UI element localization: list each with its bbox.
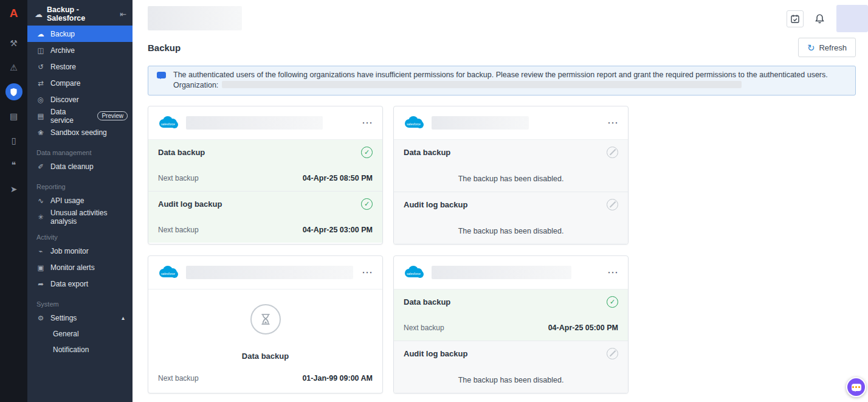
sidebar-group-system: System: [36, 300, 133, 308]
sidebar-item-data-service[interactable]: ▤ Data service Preview: [27, 108, 133, 124]
cloud-icon: ☁: [36, 30, 45, 38]
org-names-redacted: [222, 81, 742, 88]
data-backup-section: Data backup ✓ Next backup 04-Apr-25 08:5…: [148, 140, 382, 191]
enabled-status-icon: ✓: [607, 296, 618, 308]
card-menu-button[interactable]: ⋯: [360, 117, 374, 128]
sidebar-item-settings[interactable]: ⚙ Settings ▴: [27, 310, 133, 326]
calendar-check-button[interactable]: [787, 10, 804, 27]
compare-icon: ⇄: [36, 79, 45, 88]
disabled-message: The backup has been disabled.: [404, 227, 618, 235]
user-avatar-redacted[interactable]: [836, 5, 868, 32]
sidebar-item-api-usage[interactable]: ∿ API usage: [27, 192, 133, 209]
unusual-activities-icon: ✳: [36, 213, 45, 221]
sidebar-item-label: Monitor alerts: [50, 263, 95, 272]
data-backup-section: Data backup The backup has been disabled…: [394, 140, 628, 192]
refresh-icon: ↻: [807, 43, 815, 52]
sidebar-item-label: Data service: [50, 108, 91, 125]
org-name-redacted: [186, 266, 353, 279]
monitor-alerts-icon: ▣: [36, 263, 45, 272]
sidebar-item-settings-notification[interactable]: Notification: [27, 342, 133, 358]
sidebar-group-activity: Activity: [36, 234, 133, 241]
sidebar-group-reporting: Reporting: [36, 183, 133, 190]
sidebar-item-data-cleanup[interactable]: ✐ Data cleanup: [27, 158, 133, 175]
sidebar-subitem-label: Notification: [53, 345, 89, 354]
card-menu-button[interactable]: ⋯: [360, 267, 374, 278]
sidebar-item-discover[interactable]: ◎ Discover: [27, 91, 133, 108]
shield-glyph: [10, 88, 18, 97]
sidebar-item-restore[interactable]: ↺ Restore: [27, 58, 133, 75]
banner-org-label: Organization:: [173, 81, 218, 89]
sidebar-item-label: Backup: [50, 30, 75, 38]
database-icon[interactable]: ▤: [5, 108, 22, 125]
bell-icon: [815, 13, 825, 24]
refresh-label: Refresh: [819, 43, 847, 52]
refresh-button[interactable]: ↻ Refresh: [798, 38, 856, 57]
sidebar-item-backup[interactable]: ☁ Backup: [27, 26, 133, 42]
next-backup-value: 01-Jan-99 09:00 AM: [302, 374, 373, 383]
audit-log-backup-section: Audit log backup ✓ Next backup 04-Apr-25…: [148, 191, 382, 243]
sidebar-item-unusual-activities[interactable]: ✳ Unusual activities analysis: [27, 209, 133, 225]
chat-bubble-icon: [852, 384, 861, 391]
card-header: salesforce ⋯: [394, 256, 628, 289]
salesforce-logo-icon: salesforce: [157, 265, 179, 280]
salesforce-logo-icon: salesforce: [402, 115, 424, 130]
svg-text:salesforce: salesforce: [161, 272, 175, 276]
sidebar-item-job-monitor[interactable]: ⌁ Job monitor: [27, 243, 133, 259]
next-backup-label: Next backup: [158, 226, 199, 234]
chat-widget-button[interactable]: [846, 377, 866, 397]
sidebar-item-label: Job monitor: [50, 247, 89, 255]
org-name-redacted: [432, 116, 529, 130]
org-name-redacted: [432, 266, 571, 279]
sidebar-collapse-button[interactable]: ⇤: [120, 10, 126, 19]
shield-icon[interactable]: [5, 83, 22, 100]
message-bubble-icon: [157, 72, 166, 78]
warning-icon[interactable]: ⚠: [5, 59, 22, 76]
sidebar-item-settings-general[interactable]: General: [27, 326, 133, 342]
data-cleanup-icon: ✐: [36, 162, 45, 171]
page-title: Backup: [148, 43, 181, 53]
job-monitor-icon: ⌁: [36, 247, 45, 255]
sidebar-item-archive[interactable]: ◫ Archive: [27, 42, 133, 58]
sidebar-item-label: API usage: [50, 196, 84, 205]
salesforce-logo-icon: salesforce: [157, 115, 179, 130]
next-backup-label: Next backup: [404, 324, 444, 332]
section-title: Audit log backup: [404, 349, 467, 358]
sidebar: ☁ Backup - Salesforce ⇤ ☁ Backup ◫ Archi…: [27, 0, 133, 402]
card-menu-button[interactable]: ⋯: [606, 117, 619, 128]
tools-icon[interactable]: ⚒: [5, 35, 22, 52]
next-backup-value: 04-Apr-25 08:50 PM: [303, 174, 373, 182]
avepoint-logo: A: [10, 7, 18, 19]
card-menu-button[interactable]: ⋯: [606, 267, 619, 278]
sidebar-item-compare[interactable]: ⇄ Compare: [27, 75, 133, 91]
chat-icon[interactable]: ❝: [5, 156, 22, 173]
main-content: Backup ↻ Refresh The authenticated users…: [133, 0, 868, 402]
org-backup-card: salesforce ⋯ Data backup ✓ Next backup 0…: [393, 255, 629, 393]
device-icon[interactable]: ▯: [5, 132, 22, 149]
disabled-status-icon: [607, 199, 618, 210]
data-export-icon: ➦: [36, 280, 45, 288]
settings-gear-icon: ⚙: [36, 314, 45, 322]
section-title: Data backup: [158, 148, 205, 157]
next-backup-label: Next backup: [158, 374, 199, 383]
product-rail: A ⚒ ⚠ ▤ ▯ ❝ ➤: [0, 0, 27, 402]
send-icon[interactable]: ➤: [5, 181, 22, 198]
org-selector-redacted: [148, 6, 242, 30]
section-title: Audit log backup: [404, 200, 467, 209]
sidebar-item-sandbox-seeding[interactable]: ❀ Sandbox seeding: [27, 124, 133, 140]
sidebar-group-data-management: Data management: [36, 149, 133, 156]
restore-icon: ↺: [36, 63, 45, 71]
data-backup-section: Data backup ✓ Next backup 04-Apr-25 05:0…: [394, 289, 628, 341]
hourglass-icon: [250, 304, 281, 334]
org-backup-card: salesforce ⋯ Data backup Next backup 01-…: [148, 255, 383, 393]
sidebar-item-monitor-alerts[interactable]: ▣ Monitor alerts: [27, 259, 133, 276]
enabled-status-icon: ✓: [361, 198, 373, 210]
banner-message: The authenticated users of the following…: [173, 71, 828, 79]
sidebar-item-data-export[interactable]: ➦ Data export: [27, 276, 133, 292]
notifications-bell-button[interactable]: [811, 10, 827, 27]
section-title: Data backup: [242, 352, 289, 361]
card-header: salesforce ⋯: [148, 256, 382, 289]
org-backup-card: salesforce ⋯ Data backup The backup has …: [393, 106, 629, 244]
org-backup-card: salesforce ⋯ Data backup ✓ Next backup 0…: [148, 106, 383, 244]
topbar-actions: [787, 5, 868, 32]
disabled-message: The backup has been disabled.: [404, 376, 618, 384]
